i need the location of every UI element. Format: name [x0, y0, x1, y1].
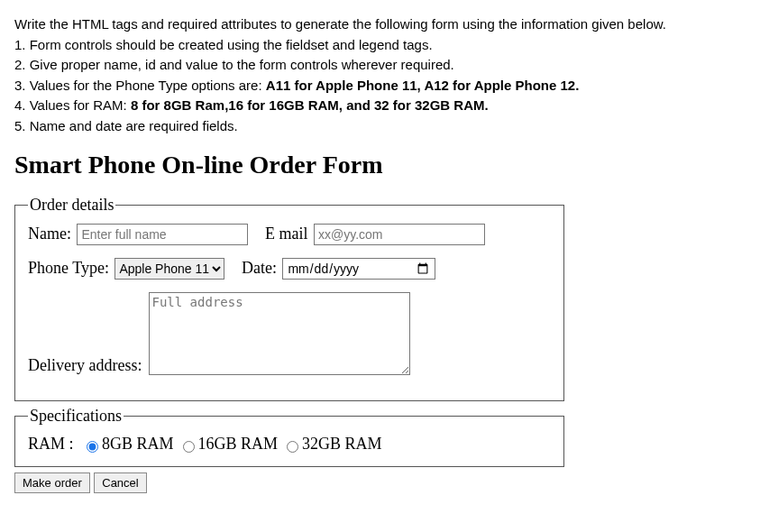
instruction-line: 1. Form controls should be created using…	[14, 36, 746, 54]
name-label: Name:	[28, 225, 71, 243]
date-label: Date:	[242, 259, 277, 277]
instruction-text: 3. Values for the Phone Type options are…	[14, 78, 266, 93]
phonetype-date-row: Phone Type: Apple Phone 11Apple Phone 12…	[28, 258, 551, 280]
name-email-row: Name: E mail	[28, 224, 551, 245]
order-form: Order details Name: E mail Phone Type: A…	[14, 196, 746, 493]
ram-option-label[interactable]: 32GB RAM	[302, 435, 382, 453]
ram-label: RAM :	[28, 435, 74, 453]
instruction-line: Write the HTML tags and required attribu…	[14, 15, 746, 33]
name-input[interactable]	[77, 224, 248, 245]
instruction-line: 5. Name and date are required fields.	[14, 117, 746, 135]
email-input[interactable]	[314, 224, 485, 245]
ram-radio-16[interactable]	[183, 441, 195, 453]
date-input[interactable]	[282, 258, 435, 280]
email-label: E mail	[265, 225, 308, 243]
ram-radio-group: RAM : 8GB RAM16GB RAM32GB RAM	[28, 435, 551, 454]
instruction-line: 2. Give proper name, id and value to the…	[14, 56, 746, 74]
page-title: Smart Phone On-line Order Form	[14, 151, 746, 179]
instruction-text: 4. Values for RAM:	[14, 97, 131, 113]
ram-radio-8[interactable]	[87, 441, 98, 453]
instruction-line: 3. Values for the Phone Type options are…	[14, 77, 746, 95]
instruction-bold: 8 for 8GB Ram,16 for 16GB RAM, and 32 fo…	[131, 97, 489, 113]
delivery-label: Delivery address:	[28, 356, 142, 375]
ram-option-label[interactable]: 16GB RAM	[198, 435, 279, 453]
reset-button[interactable]	[94, 472, 146, 493]
order-details-fieldset: Order details Name: E mail Phone Type: A…	[14, 196, 564, 401]
instruction-line: 4. Values for RAM: 8 for 8GB Ram,16 for …	[14, 96, 746, 115]
specifications-fieldset: Specifications RAM : 8GB RAM16GB RAM32GB…	[14, 407, 564, 467]
delivery-textarea[interactable]	[149, 292, 410, 375]
submit-button[interactable]	[14, 472, 90, 493]
form-buttons	[14, 472, 746, 493]
ram-radio-32[interactable]	[287, 441, 298, 453]
phone-type-select[interactable]: Apple Phone 11Apple Phone 12	[114, 258, 224, 280]
instructions-block: Write the HTML tags and required attribu…	[14, 15, 746, 134]
instruction-bold: A11 for Apple Phone 11, A12 for Apple Ph…	[266, 78, 580, 93]
ram-option-label[interactable]: 8GB RAM	[102, 435, 174, 453]
order-details-legend: Order details	[28, 196, 115, 215]
phone-type-label: Phone Type:	[28, 259, 109, 277]
delivery-row: Delivery address:	[28, 292, 551, 375]
specifications-legend: Specifications	[28, 407, 124, 426]
